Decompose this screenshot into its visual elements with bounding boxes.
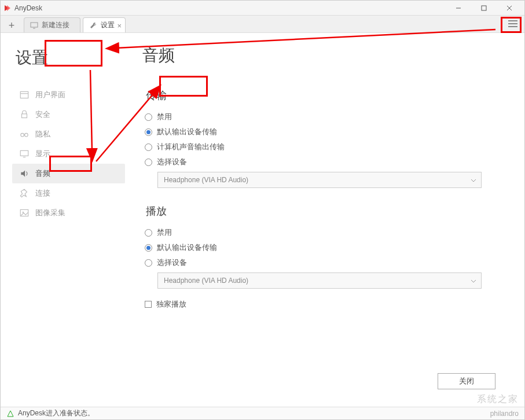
status-bar: AnyDesk进入准备状态。 philandro [1,407,524,419]
section-playback-title: 播放 [142,203,170,219]
display-icon [19,149,30,159]
window-title: AnyDesk [14,4,42,12]
sidebar-item-ui[interactable]: 用户界面 [12,85,125,105]
select-value: Headphone (VIA HD Audio) [164,277,248,285]
checkbox-icon[interactable] [145,301,152,308]
maximize-button[interactable] [471,1,497,16]
sidebar-item-label: 音频 [35,168,50,179]
sidebar-item-capture[interactable]: 图像采集 [12,203,125,223]
select-value: Headphone (VIA HD Audio) [164,176,248,184]
status-icon [6,410,14,418]
radio-icon[interactable] [145,159,152,166]
chevron-down-icon [471,277,476,285]
svg-rect-13 [22,114,27,118]
radio-label: 计算机声音输出传输 [157,142,225,152]
lock-icon [19,109,30,120]
radio-icon[interactable] [145,128,152,136]
svg-rect-11 [20,91,28,98]
sidebar-item-label: 安全 [35,109,50,120]
radio-label: 默认输出设备传输 [157,242,217,253]
radio-icon[interactable] [145,259,152,267]
brand-label: philandro [490,410,519,418]
tab-label: 新建连接 [42,20,69,30]
tab-label: 设置 [101,20,115,30]
pin-icon [19,188,30,198]
page-title: 音频 [142,45,501,67]
svg-point-15 [25,133,28,137]
svg-marker-22 [8,411,13,417]
status-text: AnyDesk进入准备状态。 [18,408,94,418]
checkbox-row-exclusive[interactable]: 独家播放 [142,299,501,310]
speaker-icon [19,168,30,179]
radio-row-transmit-disable[interactable]: 禁用 [142,112,501,122]
radio-row-playback-default[interactable]: 默认输出设备传输 [142,242,501,253]
image-icon [19,208,30,218]
radio-row-transmit-select[interactable]: 选择设备 [142,157,501,167]
new-tab-button[interactable]: + [4,19,19,32]
svg-rect-3 [482,6,486,10]
radio-icon[interactable] [145,143,152,151]
tab-settings[interactable]: 设置 × [83,17,126,32]
svg-rect-6 [31,23,38,27]
sidebar: 设置 用户界面 安全 隐私 显示 音频 连接 图像采集 [1,33,125,407]
menu-button[interactable] [504,16,522,32]
svg-rect-17 [20,150,28,156]
tab-new-connection[interactable]: 新建连接 [24,17,80,32]
glasses-icon [19,129,30,139]
chevron-down-icon [471,176,476,184]
svg-marker-1 [7,5,10,11]
content-area: 设置 用户界面 安全 隐私 显示 音频 连接 图像采集 [1,33,524,407]
ui-icon [19,90,30,100]
transmit-device-select[interactable]: Headphone (VIA HD Audio) [157,172,482,188]
radio-label: 禁用 [157,112,172,122]
radio-label: 选择设备 [157,257,187,268]
radio-icon[interactable] [145,113,152,121]
radio-label: 默认输出设备传输 [157,127,217,137]
sidebar-title: 设置 [12,45,52,71]
app-logo-icon [3,4,11,12]
close-tab-icon[interactable]: × [117,21,122,30]
radio-icon[interactable] [145,244,152,252]
close-button-label: 关闭 [459,376,474,386]
sidebar-item-privacy[interactable]: 隐私 [12,124,125,144]
sidebar-item-label: 图像采集 [35,208,65,218]
radio-label: 选择设备 [157,157,187,167]
radio-row-transmit-computer[interactable]: 计算机声音输出传输 [142,142,501,152]
radio-row-playback-select[interactable]: 选择设备 [142,257,501,268]
sidebar-item-connection[interactable]: 连接 [12,183,125,203]
monitor-icon [30,21,38,30]
titlebar: AnyDesk [1,1,524,16]
sidebar-item-display[interactable]: 显示 [12,144,125,164]
wrench-icon [89,21,97,30]
main-panel: 音频 传输 禁用 默认输出设备传输 计算机声音输出传输 选择设备 Headpho… [125,33,524,407]
radio-icon[interactable] [145,229,152,237]
tab-strip: + 新建连接 设置 × [1,16,524,33]
svg-marker-19 [21,170,25,176]
radio-row-playback-disable[interactable]: 禁用 [142,227,501,238]
sidebar-item-security[interactable]: 安全 [12,105,125,124]
sidebar-item-label: 隐私 [35,129,50,139]
radio-row-transmit-default[interactable]: 默认输出设备传输 [142,127,501,137]
radio-label: 禁用 [157,227,172,238]
svg-point-14 [21,133,24,137]
sidebar-item-label: 连接 [35,188,50,198]
checkbox-label: 独家播放 [156,299,186,310]
playback-device-select[interactable]: Headphone (VIA HD Audio) [157,272,482,289]
sidebar-item-audio[interactable]: 音频 [12,164,125,183]
sidebar-item-label: 显示 [35,149,50,159]
close-window-button[interactable] [497,1,522,16]
section-transmit-title: 传输 [142,87,170,104]
sidebar-item-label: 用户界面 [35,90,65,100]
minimize-button[interactable] [446,1,471,16]
close-button[interactable]: 关闭 [438,373,495,389]
